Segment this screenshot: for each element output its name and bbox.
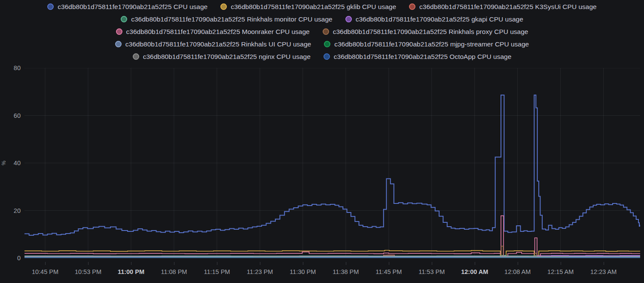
y-axis-tick-label: 60 xyxy=(6,112,21,119)
x-axis-tick-mark xyxy=(604,262,604,265)
legend-swatch-icon xyxy=(324,53,330,60)
legend-swatch-icon xyxy=(115,41,122,47)
series-line-moonraker xyxy=(24,216,640,257)
legend-item-rinkhals_monitor[interactable]: c36db80b1d75811fe17090ab21a52f25 Rinkhal… xyxy=(121,15,333,23)
legend-item-cpu[interactable]: c36db80b1d75811fe17090ab21a52f25 CPU usa… xyxy=(47,3,208,11)
x-axis-tick-label: 10:53 PM xyxy=(67,268,109,275)
legend-swatch-icon xyxy=(121,16,127,22)
legend-swatch-icon xyxy=(323,28,329,35)
y-axis-tick-label: 80 xyxy=(6,65,21,71)
legend-swatch-icon xyxy=(133,53,139,60)
x-axis-tick-label: 12:00 AM xyxy=(454,268,495,275)
x-axis-tick-label: 12:15 AM xyxy=(540,268,581,275)
x-axis-tick-label: 11:30 PM xyxy=(282,268,324,275)
legend-item-mjpg_streamer[interactable]: c36db80b1d75811fe17090ab21a52f25 mjpg-st… xyxy=(324,40,529,48)
x-axis-tick-label: 12:23 AM xyxy=(583,268,624,275)
legend-swatch-icon xyxy=(345,16,352,22)
legend-item-gkapi[interactable]: c36db80b1d75811fe17090ab21a52f25 gkapi C… xyxy=(345,15,523,23)
x-axis-tick-mark xyxy=(432,262,432,265)
legend-item-label: c36db80b1d75811fe17090ab21a52f25 gklib C… xyxy=(231,3,396,11)
legend-item-label: c36db80b1d75811fe17090ab21a52f25 K3SysUi… xyxy=(419,3,597,11)
cpu-usage-panel: c36db80b1d75811fe17090ab21a52f25 CPU usa… xyxy=(0,0,644,283)
legend-item-nginx[interactable]: c36db80b1d75811fe17090ab21a52f25 nginx C… xyxy=(133,53,311,61)
x-axis-tick-label: 11:23 PM xyxy=(239,268,281,275)
x-axis-tick-mark xyxy=(346,262,346,265)
legend-swatch-icon xyxy=(220,3,227,10)
legend-swatch-icon xyxy=(47,3,54,10)
x-axis-tick-label: 11:53 PM xyxy=(411,268,452,275)
legend-item-label: c36db80b1d75811fe17090ab21a52f25 CPU usa… xyxy=(58,3,208,11)
x-axis-tick-mark xyxy=(131,262,131,265)
legend-item-moonraker[interactable]: c36db80b1d75811fe17090ab21a52f25 Moonrak… xyxy=(116,28,310,36)
legend-row: c36db80b1d75811fe17090ab21a52f25 Rinkhal… xyxy=(0,39,644,49)
legend-item-label: c36db80b1d75811fe17090ab21a52f25 gkapi C… xyxy=(356,15,523,23)
x-axis-tick-mark xyxy=(518,262,518,265)
legend-item-label: c36db80b1d75811fe17090ab21a52f25 Rinkhal… xyxy=(125,40,311,48)
x-axis-tick-mark xyxy=(88,262,89,265)
legend-swatch-icon xyxy=(116,28,122,35)
legend-row: c36db80b1d75811fe17090ab21a52f25 nginx C… xyxy=(0,52,644,62)
legend-item-label: c36db80b1d75811fe17090ab21a52f25 OctoApp… xyxy=(334,53,511,61)
x-axis-tick-label: 11:45 PM xyxy=(368,268,409,275)
legend: c36db80b1d75811fe17090ab21a52f25 CPU usa… xyxy=(0,2,644,62)
legend-item-rinkhals_proxy[interactable]: c36db80b1d75811fe17090ab21a52f25 Rinkhal… xyxy=(323,28,528,36)
x-axis-tick-mark xyxy=(303,262,303,265)
x-axis-tick-mark xyxy=(217,262,217,265)
legend-item-label: c36db80b1d75811fe17090ab21a52f25 nginx C… xyxy=(143,53,311,61)
legend-item-label: c36db80b1d75811fe17090ab21a52f25 mjpg-st… xyxy=(334,40,529,48)
legend-row: c36db80b1d75811fe17090ab21a52f25 CPU usa… xyxy=(0,2,644,12)
x-axis-tick-mark xyxy=(389,262,389,265)
x-axis-tick-label: 11:08 PM xyxy=(153,268,195,275)
x-axis-tick-label: 12:08 AM xyxy=(497,268,538,275)
legend-swatch-icon xyxy=(409,3,415,10)
legend-item-k3sysui[interactable]: c36db80b1d75811fe17090ab21a52f25 K3SysUi… xyxy=(409,3,597,11)
x-axis-tick-mark xyxy=(561,262,561,265)
legend-item-rinkhals_ui[interactable]: c36db80b1d75811fe17090ab21a52f25 Rinkhal… xyxy=(115,40,311,48)
x-axis-tick-label: 11:00 PM xyxy=(110,268,152,275)
legend-item-octoapp[interactable]: c36db80b1d75811fe17090ab21a52f25 OctoApp… xyxy=(324,53,511,61)
x-axis-tick-mark xyxy=(45,262,46,265)
series-line-rinkhals_ui xyxy=(24,256,640,257)
y-axis-tick-label: 0 xyxy=(6,255,21,261)
x-axis-tick-label: 11:15 PM xyxy=(196,268,238,275)
legend-swatch-icon xyxy=(324,41,330,47)
x-axis-tick-label: 10:45 PM xyxy=(24,268,66,275)
chart-plot-area[interactable] xyxy=(24,68,640,258)
x-axis-tick-label: 11:38 PM xyxy=(325,268,366,275)
legend-item-label: c36db80b1d75811fe17090ab21a52f25 Rinkhal… xyxy=(333,28,528,36)
legend-row: c36db80b1d75811fe17090ab21a52f25 Moonrak… xyxy=(0,27,644,37)
legend-row: c36db80b1d75811fe17090ab21a52f25 Rinkhal… xyxy=(0,14,644,24)
legend-item-label: c36db80b1d75811fe17090ab21a52f25 Rinkhal… xyxy=(131,15,333,23)
x-axis-tick-mark xyxy=(174,262,174,265)
series-line-cpu xyxy=(24,95,640,235)
x-axis-tick-mark xyxy=(475,262,475,265)
legend-item-gklib[interactable]: c36db80b1d75811fe17090ab21a52f25 gklib C… xyxy=(220,3,396,11)
x-axis-tick-mark xyxy=(260,262,260,265)
y-axis-tick-label: 40 xyxy=(6,160,21,166)
y-axis-tick-label: 20 xyxy=(6,207,21,214)
legend-item-label: c36db80b1d75811fe17090ab21a52f25 Moonrak… xyxy=(126,28,310,36)
